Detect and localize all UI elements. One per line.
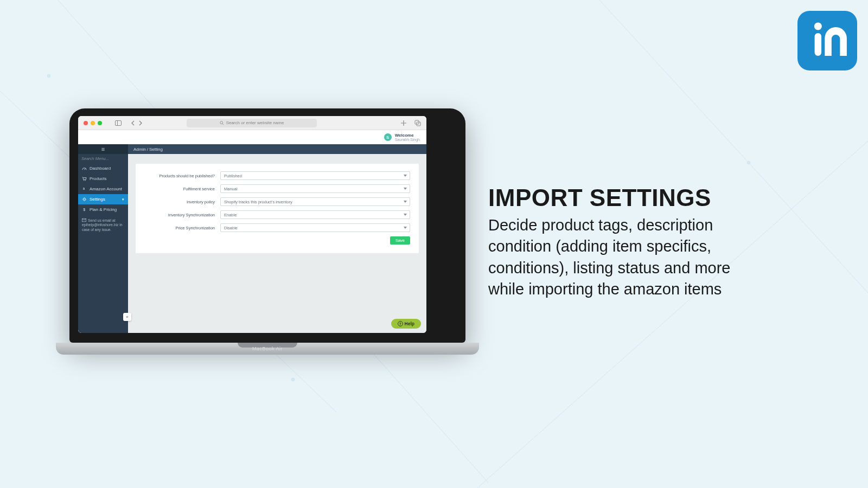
chevron-down-icon: ▾: [122, 197, 124, 202]
sidebar-item-products[interactable]: Products: [78, 174, 128, 184]
laptop-mockup: Search or enter website name S Welcome S…: [69, 108, 465, 355]
sidebar-item-label: Settings: [90, 197, 105, 202]
sidebar-item-dashboard[interactable]: Dashboard: [78, 163, 128, 174]
sidebar-toggle-icon[interactable]: [115, 120, 122, 126]
cart-icon: [82, 176, 87, 181]
marketing-body: Decide product tags, description conditi…: [488, 215, 770, 300]
app-header: S Welcome Saurabh Singh: [78, 130, 426, 144]
svg-text:$: $: [83, 207, 85, 212]
dollar-icon: $: [82, 207, 87, 212]
breadcrumb: Admin/Setting: [128, 144, 426, 154]
svg-point-17: [84, 198, 86, 201]
svg-point-14: [84, 180, 84, 181]
sidebar-search[interactable]: Search Menu...: [78, 154, 128, 163]
sidebar-item-amazon[interactable]: a Amazon Account: [78, 184, 128, 194]
save-button[interactable]: Save: [390, 236, 410, 245]
svg-point-15: [85, 180, 86, 181]
svg-line-13: [85, 169, 86, 170]
avatar[interactable]: S: [384, 133, 392, 141]
sidebar: ≡ Search Menu... Dashboard Products a Am…: [78, 144, 128, 333]
field-label: Fulfilment service: [144, 187, 215, 191]
fulfilment-select[interactable]: Manual: [220, 184, 410, 193]
svg-point-5: [291, 378, 295, 381]
svg-point-9: [220, 121, 222, 124]
marketing-copy: IMPORT SETTINGS Decide product tags, des…: [488, 184, 770, 300]
sidebar-item-label: Plan & Pricing: [90, 207, 117, 212]
mail-icon: [82, 218, 86, 222]
svg-text:a: a: [83, 187, 85, 190]
gear-icon: [82, 197, 87, 202]
sidebar-item-label: Amazon Account: [90, 187, 122, 191]
field-label: Inventory Synchronization: [144, 213, 215, 217]
minimize-icon[interactable]: [91, 121, 95, 125]
sidebar-item-plan[interactable]: $ Plan & Pricing: [78, 204, 128, 215]
sidebar-item-label: Products: [90, 176, 107, 181]
close-icon[interactable]: [84, 121, 88, 125]
marketing-title: IMPORT SETTINGS: [488, 184, 770, 211]
amazon-icon: a: [82, 187, 87, 191]
window-controls[interactable]: [84, 121, 102, 125]
welcome-label: Welcome: [395, 133, 420, 138]
forward-icon[interactable]: [138, 120, 143, 126]
sidebar-item-settings[interactable]: Settings ▾: [78, 194, 128, 204]
laptop-model-label: MacBook Air: [252, 346, 283, 351]
new-tab-icon[interactable]: [400, 120, 407, 126]
field-label: Products should be published?: [144, 174, 215, 178]
back-icon[interactable]: [130, 120, 136, 126]
svg-line-10: [222, 124, 224, 125]
hamburger-icon[interactable]: ≡: [78, 144, 128, 154]
field-label: Price Synchronization: [144, 226, 215, 230]
help-icon: ?: [398, 321, 403, 326]
help-button[interactable]: ? Help: [391, 319, 421, 329]
user-name: Saurabh Singh: [395, 138, 420, 142]
brand-logo: [797, 11, 857, 70]
settings-card: Products should be published? Published …: [136, 164, 419, 253]
svg-point-4: [47, 74, 50, 78]
field-label: Inventory policy: [144, 200, 215, 204]
svg-rect-8: [815, 33, 821, 56]
address-placeholder: Search or enter website name: [226, 120, 284, 125]
breadcrumb-current: Setting: [149, 147, 163, 152]
maximize-icon[interactable]: [98, 121, 102, 125]
breadcrumb-root[interactable]: Admin: [133, 147, 146, 152]
published-select[interactable]: Published: [220, 171, 410, 180]
dashboard-icon: [82, 166, 87, 171]
svg-point-6: [747, 161, 750, 164]
inventory-policy-select[interactable]: Shopify tracks this product's inventory: [220, 197, 410, 206]
tabs-icon[interactable]: [414, 120, 421, 126]
sidebar-help-text: Send us email at epihelp@infoshore.biz i…: [78, 215, 128, 235]
browser-toolbar: Search or enter website name: [78, 116, 426, 130]
address-bar[interactable]: Search or enter website name: [187, 119, 317, 127]
inventory-sync-select[interactable]: Enable: [220, 210, 410, 219]
price-sync-select[interactable]: Disable: [220, 223, 410, 232]
svg-point-7: [814, 22, 822, 30]
search-icon: [220, 121, 224, 125]
sidebar-item-label: Dashboard: [90, 166, 111, 171]
